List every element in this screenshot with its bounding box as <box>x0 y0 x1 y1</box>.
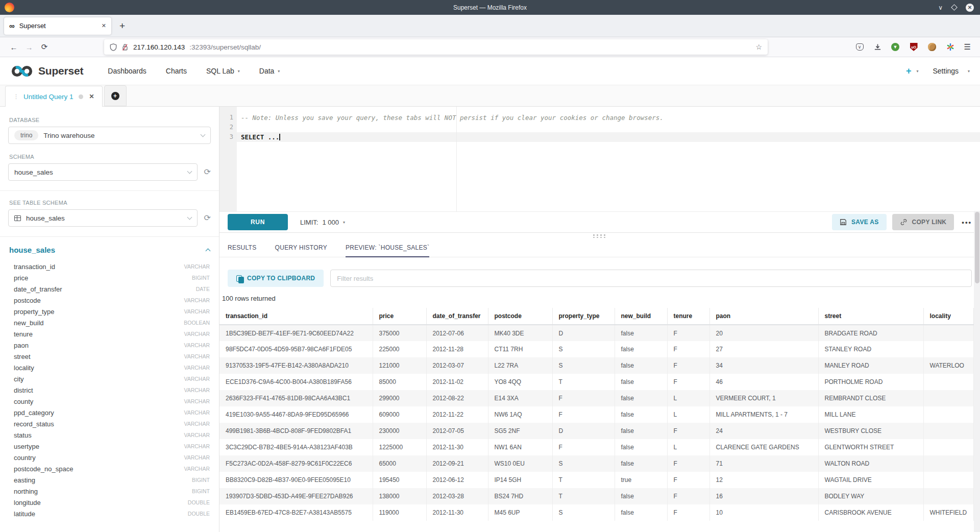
table-schema-title: house_sales <box>9 246 55 254</box>
window-minimize-icon[interactable]: ∨ <box>938 5 943 11</box>
cell-street: REMBRANDT CLOSE <box>818 390 923 406</box>
reload-button[interactable]: ⟳ <box>37 42 52 52</box>
window-close-icon[interactable]: ✕ <box>966 4 974 12</box>
cell-street: BRADGATE ROAD <box>818 325 923 341</box>
cell-postcode: M45 6UP <box>488 504 552 521</box>
browser-tab-close-icon[interactable]: ✕ <box>102 22 106 29</box>
run-button[interactable]: RUN <box>228 214 288 230</box>
column-header[interactable]: postcode <box>488 308 552 325</box>
cell-new-build: false <box>615 488 667 504</box>
column-header[interactable]: street <box>818 308 923 325</box>
refresh-schemas-icon[interactable]: ⟳ <box>204 168 211 176</box>
url-bar[interactable]: 217.160.120.143:32393/superset/sqllab/ ☆ <box>104 39 768 55</box>
column-header[interactable]: transaction_id <box>219 308 373 325</box>
nav-item-sql-lab[interactable]: SQL Lab▾ <box>206 67 240 75</box>
scrollbar-thumb[interactable] <box>975 212 979 283</box>
brand-name: Superset <box>38 65 83 77</box>
settings-menu[interactable]: Settings ▾ <box>933 67 970 75</box>
table-row: 91370533-19F5-47FE-B142-A380A8ADA210 121… <box>219 357 974 374</box>
cell-new-build: false <box>615 341 667 357</box>
new-tab-button[interactable]: + <box>119 20 125 32</box>
cell-date-of-transfer: 2012-11-30 <box>426 439 488 455</box>
table-column-row: latitude DOUBLE <box>8 508 211 519</box>
cell-property-type: T <box>552 374 615 390</box>
cell-price: 85000 <box>373 374 426 390</box>
drag-handle-icon[interactable]: ⋮ <box>13 93 18 100</box>
colorful-asterisk-extension-icon[interactable] <box>946 43 954 51</box>
add-new-button[interactable]: + <box>906 66 912 77</box>
table-schema-header[interactable]: house_sales <box>9 246 210 254</box>
results-scrollbar[interactable] <box>974 211 980 532</box>
refresh-tables-icon[interactable]: ⟳ <box>204 214 211 222</box>
cell-street: GLENTWORTH STREET <box>818 439 923 455</box>
back-button[interactable]: ← <box>6 43 21 52</box>
column-header[interactable]: new_build <box>615 308 667 325</box>
nav-item-data[interactable]: Data▾ <box>259 67 280 75</box>
column-header[interactable]: tenure <box>667 308 709 325</box>
ublock-origin-icon[interactable]: uO <box>910 43 918 52</box>
cell-price: 1225000 <box>373 439 426 455</box>
cell-date-of-transfer: 2012-09-21 <box>426 455 488 472</box>
cell-tenure: F <box>667 423 709 439</box>
database-select[interactable]: trino Trino warehouse <box>8 127 211 144</box>
column-name: district <box>14 386 33 394</box>
column-type: BIGINT <box>192 275 210 281</box>
cell-transaction-id: 3C3C29DC-B7B2-4BE5-914A-A38123AF403B <box>219 439 373 455</box>
pane-resize-handle[interactable] <box>219 233 980 239</box>
more-actions-menu[interactable]: ••• <box>962 219 972 226</box>
schema-select[interactable]: house_sales <box>8 163 198 181</box>
save-as-button[interactable]: SAVE AS <box>832 214 886 230</box>
cell-postcode: NW1 6AN <box>488 439 552 455</box>
column-header[interactable]: price <box>373 308 426 325</box>
database-engine-pill: trino <box>14 130 38 140</box>
superset-logo[interactable]: Superset <box>10 64 83 78</box>
column-type: VARCHAR <box>184 353 210 359</box>
tab-results[interactable]: RESULTS <box>228 244 257 257</box>
cell-property-type: T <box>552 472 615 488</box>
nav-item-dashboards[interactable]: Dashboards <box>108 67 146 75</box>
query-tab-untitled-1[interactable]: ⋮ Untitled Query 1 ✕ <box>5 86 103 107</box>
see-table-schema-label: SEE TABLE SCHEMA <box>9 200 211 206</box>
cookie-extension-icon[interactable] <box>928 43 937 52</box>
chevron-up-icon[interactable] <box>206 249 211 254</box>
column-header[interactable]: date_of_transfer <box>426 308 488 325</box>
cell-new-build: true <box>615 472 667 488</box>
downloads-icon[interactable] <box>874 43 881 51</box>
column-header[interactable]: paon <box>709 308 818 325</box>
forward-button[interactable]: → <box>21 43 37 52</box>
cell-paon: CLARENCE GATE GARDENS <box>709 439 818 455</box>
limit-dropdown[interactable]: LIMIT: 1 000 ▾ <box>300 219 345 226</box>
bookmark-star-icon[interactable]: ☆ <box>755 43 762 51</box>
column-type: VARCHAR <box>184 421 210 427</box>
hamburger-menu-icon[interactable]: ☰ <box>964 42 971 52</box>
privacy-badger-icon[interactable]: ▼ <box>891 43 900 52</box>
column-header[interactable]: locality <box>923 308 974 325</box>
tab-preview-house-sales[interactable]: PREVIEW: `HOUSE_SALES` <box>346 244 429 257</box>
browser-tab-superset[interactable]: ∞ Superset ✕ <box>4 17 111 35</box>
column-header[interactable]: property_type <box>552 308 615 325</box>
cell-transaction-id: EB1459EB-67ED-47C8-B2E7-A38143AB5575 <box>219 504 373 521</box>
sql-editor[interactable]: 1 2 3 -- Note: Unless you save your quer… <box>219 107 980 211</box>
lock-disabled-icon[interactable] <box>121 43 129 51</box>
window-maximize-icon[interactable] <box>951 4 958 11</box>
cell-paon: VERMEER COURT, 1 <box>709 390 818 406</box>
column-type: VARCHAR <box>184 331 210 337</box>
column-type: VARCHAR <box>184 387 210 393</box>
editor-line-blank <box>237 123 980 132</box>
tab-query-history[interactable]: QUERY HISTORY <box>275 244 327 257</box>
cell-locality <box>923 439 974 455</box>
column-name: easting <box>14 476 35 484</box>
filter-results-input[interactable] <box>330 270 972 287</box>
copy-to-clipboard-button[interactable]: COPY TO CLIPBOARD <box>228 270 324 287</box>
cell-date-of-transfer: 2012-03-28 <box>426 488 488 504</box>
nav-item-charts[interactable]: Charts <box>166 67 187 75</box>
copy-link-button[interactable]: COPY LINK <box>892 214 954 230</box>
column-name: ppd_category <box>14 409 54 417</box>
table-column-row: northing BIGINT <box>8 486 211 497</box>
cell-locality <box>923 374 974 390</box>
table-select[interactable]: house_sales <box>8 209 198 227</box>
add-query-tab-button[interactable]: + <box>104 85 127 106</box>
pocket-icon[interactable]: ∨ <box>855 43 864 52</box>
shield-icon[interactable] <box>110 43 117 51</box>
query-tab-close-icon[interactable]: ✕ <box>89 93 94 100</box>
